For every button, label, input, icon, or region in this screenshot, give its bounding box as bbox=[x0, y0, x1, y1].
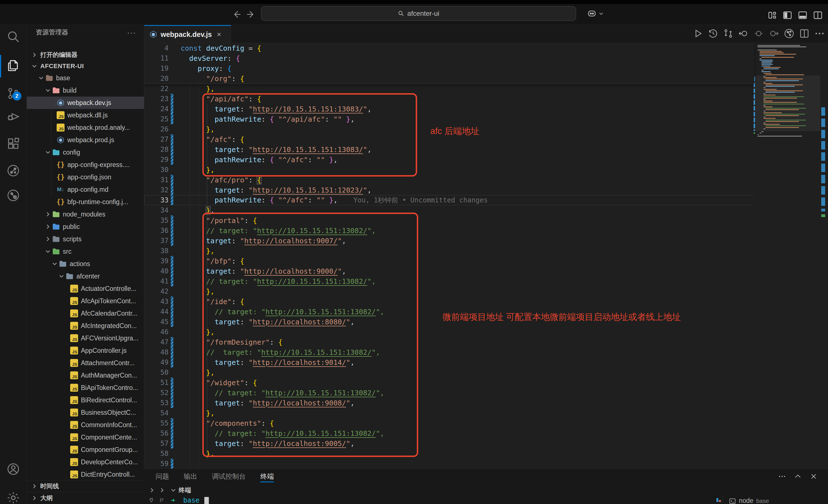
toggle-panel-icon[interactable] bbox=[797, 10, 808, 19]
code-link[interactable]: http://10.15.15.151:13082/ bbox=[265, 389, 376, 397]
command-center-search[interactable]: afcenter-ui bbox=[261, 6, 576, 21]
tree-item-webpack.dll.js[interactable]: JSwebpack.dll.js bbox=[27, 109, 144, 121]
code-text[interactable]: "/org": { bbox=[173, 75, 244, 83]
code-text[interactable]: }, bbox=[173, 207, 214, 215]
code-text[interactable]: "/ide": { bbox=[173, 297, 244, 306]
tree-chevron-icon[interactable] bbox=[44, 248, 51, 255]
code-text[interactable]: target: "http://localhost:9000/", bbox=[173, 267, 346, 275]
editor-more-actions-icon[interactable] bbox=[814, 28, 825, 39]
code-link[interactable]: http://localhost:9000/ bbox=[244, 267, 338, 275]
nav-back-icon[interactable] bbox=[231, 9, 242, 20]
open-changes-icon[interactable] bbox=[722, 28, 734, 39]
code-text[interactable]: target: "http://10.15.15.151:13083/", bbox=[173, 146, 371, 154]
code-link[interactable]: http://10.15.15.151:12023/ bbox=[253, 186, 363, 194]
code-text[interactable]: }, bbox=[173, 450, 214, 458]
code-text[interactable]: }, bbox=[173, 85, 214, 93]
terminal-group-header[interactable]: 终端 bbox=[144, 485, 828, 496]
tree-item-AttachmentContr...[interactable]: JSAttachmentContr... bbox=[27, 357, 144, 369]
tree-item-AuthManagerCon...[interactable]: JSAuthManagerCon... bbox=[27, 369, 144, 381]
code-link[interactable]: http://10.15.15.151:13083/ bbox=[253, 146, 363, 154]
tree-chevron-icon[interactable] bbox=[44, 223, 51, 230]
code-link[interactable]: http://10.15.15.151:13082/ bbox=[257, 277, 367, 285]
code-text[interactable]: }, bbox=[173, 287, 214, 295]
code-text[interactable]: "/formDesigner": { bbox=[173, 338, 282, 346]
current-change-icon[interactable] bbox=[753, 28, 764, 39]
code-text[interactable]: "/bfp": { bbox=[173, 257, 244, 265]
tree-item-app-config-express....[interactable]: {}app-config-express.... bbox=[27, 158, 144, 171]
tree-item-BiRedirectControl...[interactable]: JSBiRedirectControl... bbox=[27, 394, 144, 406]
tree-item-webpack.prod.js[interactable]: webpack.prod.js bbox=[27, 134, 144, 146]
code-text[interactable]: }, bbox=[173, 166, 214, 174]
code-link[interactable]: http://10.15.15.151:13082/ bbox=[261, 348, 371, 357]
code-text[interactable]: target: "http://10.15.15.151:12023/", bbox=[173, 186, 371, 194]
outline-section[interactable]: 大纲 bbox=[27, 492, 144, 504]
share-graph-icon[interactable] bbox=[783, 28, 795, 39]
run-debug-icon[interactable] bbox=[6, 109, 20, 124]
extensions-icon[interactable] bbox=[6, 137, 20, 151]
tree-item-app-config.md[interactable]: M↓app-config.md bbox=[27, 183, 144, 196]
tree-chevron-icon[interactable] bbox=[44, 149, 51, 156]
tree-chevron-icon[interactable] bbox=[44, 235, 51, 243]
code-text[interactable]: // target: "http://10.15.15.151:13082/", bbox=[173, 277, 376, 285]
code-text[interactable]: target: "http://localhost:9008/", bbox=[173, 399, 355, 407]
tree-item-DevelopCenterCo...[interactable]: JSDevelopCenterCo... bbox=[27, 456, 144, 468]
code-text[interactable]: // target: "http://10.15.15.151:13082/", bbox=[173, 348, 380, 357]
terminal-tabs-list[interactable]: node base bbox=[722, 496, 828, 504]
tree-item-DictEntryControll...[interactable]: JSDictEntryControll... bbox=[27, 468, 144, 480]
timeline-section[interactable]: 时间线 bbox=[27, 480, 144, 492]
settings-gear-icon[interactable] bbox=[6, 491, 20, 504]
code-text[interactable]: "/api/afc": { bbox=[173, 95, 261, 103]
tree-chevron-icon[interactable] bbox=[51, 260, 58, 268]
tree-item-BusinessObjectC...[interactable]: JSBusinessObjectC... bbox=[27, 406, 144, 419]
code-text[interactable]: proxy: { bbox=[173, 64, 232, 73]
tree-item-scripts[interactable]: scripts bbox=[27, 233, 144, 245]
tree-item-AfcCalendarContr...[interactable]: JSAfcCalendarContr... bbox=[27, 307, 144, 320]
layout-dots-icon[interactable] bbox=[158, 497, 165, 503]
code-text[interactable]: }, bbox=[173, 328, 214, 336]
remote-explorer-icon[interactable] bbox=[6, 164, 20, 178]
tree-item-base[interactable]: base bbox=[27, 72, 144, 84]
minimap[interactable] bbox=[754, 43, 820, 469]
panel-more-actions-icon[interactable] bbox=[778, 472, 786, 480]
account-icon[interactable] bbox=[6, 462, 20, 476]
chevron-right-icon[interactable] bbox=[158, 487, 166, 494]
code-text[interactable]: "/afc": { bbox=[173, 135, 244, 144]
previous-change-icon[interactable] bbox=[738, 28, 749, 39]
code-text[interactable]: devServer: { bbox=[173, 54, 240, 62]
tree-item-actions[interactable]: actions bbox=[27, 258, 144, 270]
project-root-section[interactable]: AFCENTER-UI bbox=[27, 60, 144, 72]
code-text[interactable]: target: "http://localhost:8080/", bbox=[173, 318, 355, 326]
tree-item-afcenter[interactable]: afcenter bbox=[27, 270, 144, 282]
customize-layout-icon[interactable] bbox=[767, 10, 777, 19]
code-text[interactable]: // target: "http://10.15.15.151:13082/", bbox=[173, 389, 384, 397]
copilot-menu[interactable] bbox=[587, 8, 604, 18]
tree-item-AppController.js[interactable]: JSAppController.js bbox=[27, 345, 144, 357]
code-text[interactable]: target: "http://localhost:9014/", bbox=[173, 358, 355, 367]
panel-tab-问题[interactable]: 问题 bbox=[149, 469, 175, 484]
tree-item-webpack.dev.js[interactable]: webpack.dev.js bbox=[27, 97, 144, 109]
code-link[interactable]: http://10.15.15.151:13082/ bbox=[257, 227, 367, 235]
search-view-icon[interactable] bbox=[6, 30, 20, 44]
code-text[interactable]: target: "http://localhost:9005/", bbox=[173, 440, 355, 448]
tab-close-icon[interactable]: × bbox=[217, 30, 221, 39]
plug-icon[interactable] bbox=[148, 497, 155, 503]
toggle-secondary-sidebar-icon[interactable] bbox=[813, 10, 823, 19]
code-text[interactable]: }, bbox=[173, 125, 214, 133]
timeline-history-icon[interactable] bbox=[707, 28, 719, 39]
tree-item-nodemodules[interactable]: node_modules bbox=[27, 208, 144, 221]
tree-chevron-icon[interactable] bbox=[58, 273, 65, 280]
tree-item-config[interactable]: config bbox=[27, 146, 144, 158]
panel-tab-调试控制台[interactable]: 调试控制台 bbox=[206, 469, 252, 484]
code-text[interactable]: pathRewrite: { "^/afc": "" },You, 1秒钟前 •… bbox=[173, 196, 488, 205]
code-text[interactable]: "/components": { bbox=[173, 419, 274, 427]
code-link[interactable]: http://localhost:9008/ bbox=[253, 399, 346, 407]
code-link[interactable]: http://localhost:8080/ bbox=[253, 318, 346, 326]
open-editors-section[interactable]: 打开的编辑器 bbox=[27, 49, 144, 60]
overview-ruler[interactable] bbox=[820, 43, 828, 469]
explorer-view-icon[interactable] bbox=[6, 58, 20, 73]
tree-item-AfcApiTokenCont...[interactable]: JSAfcApiTokenCont... bbox=[27, 295, 144, 307]
panel-tab-终端[interactable]: 终端 bbox=[254, 469, 280, 484]
tree-chevron-icon[interactable] bbox=[38, 74, 45, 82]
code-text[interactable]: const devConfig = { bbox=[173, 44, 261, 52]
tree-item-AFCVersionUpgra...[interactable]: JSAFCVersionUpgra... bbox=[27, 332, 144, 345]
